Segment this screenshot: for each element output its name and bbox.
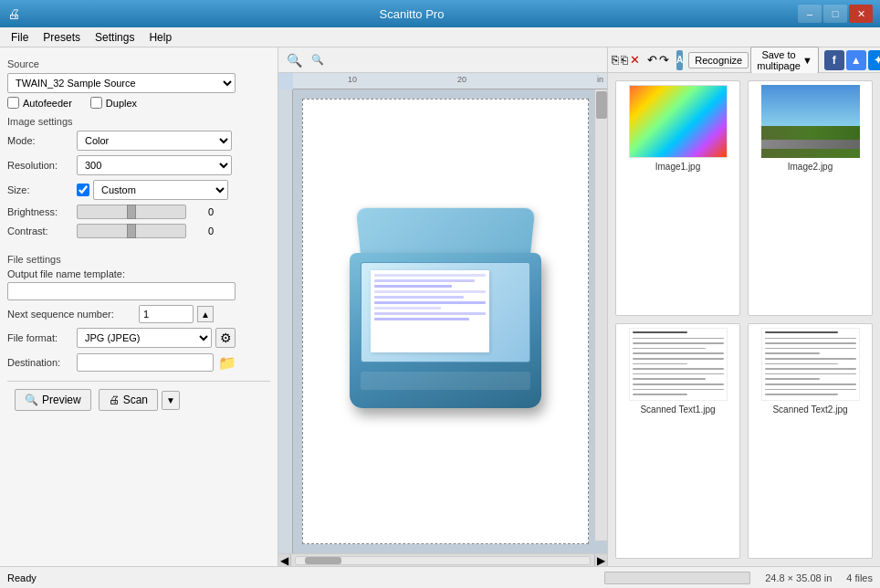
scanner-platen	[361, 262, 530, 362]
left-panel: Source TWAIN_32 Sample Source Autofeeder…	[0, 47, 278, 566]
copy-btn[interactable]: ⎘	[612, 50, 619, 70]
progress-bar	[604, 572, 750, 584]
menu-help[interactable]: Help	[141, 29, 179, 46]
multipage-dropdown-icon: ▼	[802, 55, 812, 66]
action-buttons: 🔍 Preview 🖨 Scan ▼	[7, 381, 270, 418]
thumbnail-image1[interactable]: Image1.jpg	[615, 80, 740, 316]
brightness-slider[interactable]	[77, 205, 186, 219]
preview-button[interactable]: 🔍 Preview	[15, 389, 91, 411]
resolution-select[interactable]: 75 100 150 200 300 600 1200	[77, 155, 232, 175]
thumb-label-2: Image2.jpg	[788, 162, 833, 172]
scanner-paper	[371, 270, 489, 352]
destination-label: Destination:	[7, 357, 73, 368]
menu-presets[interactable]: Presets	[36, 29, 88, 46]
resolution-row: Resolution: 75 100 150 200 300 600 1200	[7, 155, 270, 175]
browse-folder-btn[interactable]: 📁	[217, 352, 237, 373]
multipage-button[interactable]: Save to multipage ▼	[750, 47, 819, 74]
brightness-label: Brightness:	[7, 206, 73, 217]
format-settings-btn[interactable]: ⚙	[215, 328, 236, 348]
ruler-vertical	[278, 89, 293, 553]
image-settings-section: Image settings Mode: Color Grayscale Bla…	[7, 112, 270, 243]
dropbox-btn[interactable]: ✦	[868, 50, 880, 70]
ruler-unit: in	[597, 75, 603, 84]
delete-btn[interactable]: ✕	[630, 50, 640, 70]
v-scrollbar[interactable]	[594, 89, 607, 541]
duplex-label[interactable]: Duplex	[90, 97, 137, 109]
v-scroll-thumb[interactable]	[596, 91, 607, 119]
thumbnails-area: Image1.jpg Image2.jpg	[608, 73, 880, 566]
contrast-value: 0	[192, 226, 214, 236]
scan-dropdown-btn[interactable]: ▼	[162, 391, 180, 410]
scan-toolbar: 🔍 🔍	[278, 47, 607, 73]
mode-row: Mode: Color Grayscale Black & White	[7, 131, 270, 151]
sequence-input[interactable]	[139, 305, 194, 323]
thumb-img-1	[629, 85, 728, 158]
menu-settings[interactable]: Settings	[88, 29, 141, 46]
rotate-ccw-btn[interactable]: ↶	[647, 50, 657, 70]
paper-content	[371, 270, 489, 327]
destination-row: Destination: C:\ 📁	[7, 352, 270, 373]
ruler-mark-10: 10	[348, 75, 357, 84]
sequence-row: Next sequence number: ▲	[7, 305, 270, 323]
brightness-slider-container: 0	[77, 205, 270, 219]
thumb-label-1: Image1.jpg	[655, 162, 700, 172]
size-checkbox[interactable]	[77, 184, 89, 196]
app-icon: 🖨	[7, 6, 20, 21]
autofeeder-checkbox[interactable]	[7, 97, 19, 109]
scan-button[interactable]: 🖨 Scan	[99, 389, 158, 411]
zoom-out-btn[interactable]: 🔍	[308, 50, 328, 70]
size-select[interactable]: Custom A4 Letter Legal	[93, 180, 228, 200]
h-scrollbar[interactable]: ◀ ▶	[278, 553, 607, 566]
contrast-row: Contrast: 0	[7, 224, 270, 238]
mode-select[interactable]: Color Grayscale Black & White	[77, 131, 232, 151]
thumbnail-text2[interactable]: Scanned Text2.jpg	[748, 323, 873, 559]
google-drive-btn[interactable]: ▲	[846, 50, 866, 70]
menu-file[interactable]: File	[4, 29, 36, 46]
paste-btn[interactable]: ⎗	[621, 50, 628, 70]
scan-icon: 🖨	[109, 394, 120, 406]
destination-input[interactable]: C:\	[77, 353, 214, 372]
brightness-value: 0	[192, 206, 214, 217]
autofeeder-label[interactable]: Autofeeder	[7, 97, 72, 109]
right-panel: ⎘ ⎗ ✕ ↶ ↷ A Recognize Save to multipage …	[608, 47, 880, 566]
contrast-slider[interactable]	[77, 224, 186, 238]
maximize-button[interactable]: □	[823, 5, 847, 23]
paper-line	[374, 307, 441, 310]
scan-preview	[302, 99, 589, 544]
status-text: Ready	[7, 572, 597, 583]
paper-line	[374, 290, 486, 293]
format-row: File format: JPG (JPEG) PNG TIFF BMP PDF…	[7, 328, 270, 348]
duplex-checkbox[interactable]	[90, 97, 102, 109]
menu-bar: File Presets Settings Help	[0, 27, 880, 47]
facebook-btn[interactable]: f	[824, 50, 844, 70]
scan-area	[278, 89, 607, 553]
thumbnail-text1[interactable]: Scanned Text1.jpg	[615, 323, 740, 559]
size-label: Size:	[7, 184, 73, 195]
ocr-icon-btn[interactable]: A	[676, 50, 683, 70]
scroll-right-btn[interactable]: ▶	[594, 554, 607, 566]
paper-line	[374, 312, 486, 315]
template-input[interactable]: Scanitto_<D>_<###>	[7, 282, 236, 300]
scroll-track	[295, 556, 591, 565]
thumb-label-4: Scanned Text2.jpg	[772, 404, 847, 415]
thumb-img-4	[761, 328, 860, 401]
sequence-increment-btn[interactable]: ▲	[197, 306, 214, 322]
title-bar: 🖨 Scanitto Pro – □ ✕	[0, 0, 880, 27]
scroll-left-btn[interactable]: ◀	[278, 554, 291, 566]
recognize-button[interactable]: Recognize	[688, 52, 749, 68]
source-section: Source TWAIN_32 Sample Source Autofeeder…	[7, 55, 270, 109]
paper-line	[374, 301, 486, 304]
main-container: Source TWAIN_32 Sample Source Autofeeder…	[0, 47, 880, 566]
mode-label: Mode:	[7, 135, 73, 146]
close-button[interactable]: ✕	[849, 5, 873, 23]
rotate-cw-btn[interactable]: ↷	[659, 50, 669, 70]
minimize-button[interactable]: –	[798, 5, 822, 23]
contrast-slider-container: 0	[77, 224, 270, 238]
thumbnail-image2[interactable]: Image2.jpg	[748, 80, 873, 316]
ruler-horizontal: 10 20 in	[293, 73, 607, 89]
scan-label: Scan	[123, 394, 148, 406]
zoom-in-btn[interactable]: 🔍	[284, 50, 304, 70]
status-bar: Ready 24.8 × 35.08 in 4 files	[0, 566, 880, 588]
format-select[interactable]: JPG (JPEG) PNG TIFF BMP PDF	[77, 328, 212, 348]
source-select[interactable]: TWAIN_32 Sample Source	[7, 73, 236, 93]
